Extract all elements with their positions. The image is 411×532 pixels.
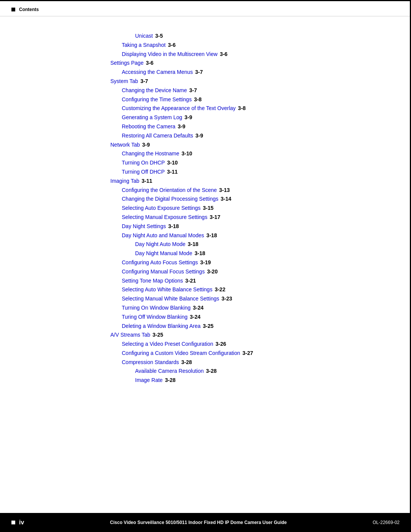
toc-item: Configuring the Orientation of the Scene… bbox=[0, 186, 411, 195]
toc-page-number: 3-26 bbox=[215, 340, 226, 349]
toc-link[interactable]: Configuring a Custom Video Stream Config… bbox=[122, 349, 240, 358]
toc-link[interactable]: Unicast bbox=[135, 32, 153, 41]
toc-content: Unicast3-5Taking a Snapshot3-6Displaying… bbox=[0, 16, 411, 415]
toc-page-number: 3-25 bbox=[203, 322, 213, 331]
toc-link[interactable]: Generating a System Log bbox=[122, 113, 182, 122]
toc-link[interactable]: Image Rate bbox=[135, 376, 162, 385]
toc-link[interactable]: Selecting Manual Exposure Settings bbox=[122, 213, 207, 222]
toc-link[interactable]: Selecting Manual White Balance Settings bbox=[122, 294, 219, 304]
toc-page-number: 3-9 bbox=[142, 141, 150, 150]
toc-page-number: 3-9 bbox=[196, 131, 203, 141]
toc-link[interactable]: Customizing the Appearance of the Text O… bbox=[122, 104, 236, 113]
toc-page-number: 3-7 bbox=[140, 77, 148, 86]
toc-link[interactable]: System Tab bbox=[110, 77, 138, 86]
footer-doc-title: Cisco Video Surveillance 5010/5011 Indoo… bbox=[110, 520, 287, 525]
toc-page-number: 3-10 bbox=[182, 149, 192, 158]
header-label: Contents bbox=[19, 7, 39, 12]
toc-link[interactable]: Available Camera Resolution bbox=[135, 367, 204, 376]
toc-page-number: 3-6 bbox=[168, 41, 175, 50]
toc-item: Available Camera Resolution3-28 bbox=[0, 367, 411, 376]
toc-link[interactable]: Turning On Window Blanking bbox=[122, 304, 191, 313]
page-number: iv bbox=[19, 519, 24, 526]
toc-page-number: 3-18 bbox=[168, 222, 179, 231]
toc-page-number: 3-27 bbox=[242, 349, 253, 358]
toc-link[interactable]: Network Tab bbox=[110, 141, 140, 150]
toc-page-number: 3-11 bbox=[167, 168, 178, 177]
toc-link[interactable]: Configuring the Time Settings bbox=[122, 95, 192, 104]
toc-item: A/V Streams Tab3-25 bbox=[0, 331, 411, 340]
toc-link[interactable]: Day Night Manual Mode bbox=[135, 249, 192, 258]
toc-item: Accessing the Camera Menus3-7 bbox=[0, 68, 411, 77]
toc-item: Selecting Auto Exposure Settings3-15 bbox=[0, 204, 411, 213]
toc-link[interactable]: Taking a Snapshot bbox=[122, 41, 166, 50]
toc-link[interactable]: Configuring Manual Focus Settings bbox=[122, 267, 205, 276]
toc-page-number: 3-18 bbox=[206, 231, 217, 240]
toc-link[interactable]: Day Night Auto Mode bbox=[135, 240, 185, 249]
toc-item: Image Rate3-28 bbox=[0, 376, 411, 385]
toc-page-number: 3-6 bbox=[220, 50, 228, 59]
toc-item: Configuring the Time Settings3-8 bbox=[0, 95, 411, 104]
toc-page-number: 3-24 bbox=[190, 313, 201, 322]
toc-item: Rebooting the Camera3-9 bbox=[0, 122, 411, 131]
toc-page-number: 3-24 bbox=[193, 304, 204, 313]
toc-link[interactable]: Accessing the Camera Menus bbox=[122, 68, 193, 77]
toc-item: Selecting Manual Exposure Settings3-17 bbox=[0, 213, 411, 222]
toc-link[interactable]: Deleting a Window Blanking Area bbox=[122, 322, 201, 331]
toc-link[interactable]: Selecting Auto White Balance Settings bbox=[122, 285, 212, 294]
toc-item: Turning On DHCP3-10 bbox=[0, 158, 411, 168]
toc-item: Displaying Video in the Multiscreen View… bbox=[0, 50, 411, 59]
toc-page-number: 3-13 bbox=[219, 186, 230, 195]
toc-item: Turning On Window Blanking3-24 bbox=[0, 304, 411, 313]
toc-page-number: 3-25 bbox=[153, 331, 163, 340]
toc-link[interactable]: Changing the Hostname bbox=[122, 149, 179, 158]
toc-page-number: 3-28 bbox=[181, 358, 192, 367]
toc-link[interactable]: Rebooting the Camera bbox=[122, 122, 175, 131]
toc-item: Day Night Manual Mode3-18 bbox=[0, 249, 411, 258]
toc-link[interactable]: Changing the Device Name bbox=[122, 86, 187, 95]
toc-link[interactable]: Turning On DHCP bbox=[122, 158, 165, 168]
toc-page-number: 3-5 bbox=[155, 32, 163, 41]
toc-item: System Tab3-7 bbox=[0, 77, 411, 86]
toc-item: Taking a Snapshot3-6 bbox=[0, 41, 411, 50]
toc-link[interactable]: Compression Standards bbox=[122, 358, 179, 367]
footer-square-icon bbox=[11, 521, 15, 524]
toc-link[interactable]: Day Night Auto and Manual Modes bbox=[122, 231, 204, 240]
toc-page-number: 3-18 bbox=[188, 240, 198, 249]
toc-page-number: 3-8 bbox=[194, 95, 202, 104]
toc-link[interactable]: Imaging Tab bbox=[110, 177, 139, 186]
toc-link[interactable]: Settings Page bbox=[110, 59, 143, 68]
toc-link[interactable]: Configuring Auto Focus Settings bbox=[122, 258, 198, 267]
toc-link[interactable]: Displaying Video in the Multiscreen View bbox=[122, 50, 218, 59]
toc-page-number: 3-15 bbox=[203, 204, 213, 213]
toc-link[interactable]: Selecting Auto Exposure Settings bbox=[122, 204, 201, 213]
toc-item: Configuring Manual Focus Settings3-20 bbox=[0, 267, 411, 276]
toc-page-number: 3-9 bbox=[178, 122, 185, 131]
toc-page-number: 3-11 bbox=[142, 177, 152, 186]
toc-item: Setting Tone Map Options3-21 bbox=[0, 276, 411, 286]
toc-page-number: 3-6 bbox=[146, 59, 153, 68]
toc-item: Unicast3-5 bbox=[0, 32, 411, 41]
page-footer: iv Cisco Video Surveillance 5010/5011 In… bbox=[0, 513, 411, 532]
toc-item: Selecting a Video Preset Configuration3-… bbox=[0, 340, 411, 349]
toc-link[interactable]: Day Night Settings bbox=[122, 222, 166, 231]
toc-link[interactable]: Changing the Digital Processing Settings bbox=[122, 195, 218, 204]
footer-doc-number: OL-22669-02 bbox=[373, 520, 400, 525]
toc-page-number: 3-9 bbox=[185, 113, 192, 122]
toc-page-number: 3-28 bbox=[165, 376, 175, 385]
toc-page-number: 3-8 bbox=[238, 104, 245, 113]
toc-item: Changing the Hostname3-10 bbox=[0, 149, 411, 158]
toc-link[interactable]: Configuring the Orientation of the Scene bbox=[122, 186, 217, 195]
toc-link[interactable]: Turning Off DHCP bbox=[122, 168, 165, 177]
toc-page-number: 3-21 bbox=[185, 276, 196, 286]
toc-link[interactable]: Setting Tone Map Options bbox=[122, 276, 183, 286]
header-square-icon bbox=[11, 8, 15, 11]
toc-item: Imaging Tab3-11 bbox=[0, 177, 411, 186]
toc-item: Changing the Device Name3-7 bbox=[0, 86, 411, 95]
toc-item: Settings Page3-6 bbox=[0, 59, 411, 68]
toc-page-number: 3-23 bbox=[221, 294, 232, 304]
toc-item: Selecting Manual White Balance Settings3… bbox=[0, 294, 411, 304]
toc-link[interactable]: Restoring All Camera Defaults bbox=[122, 131, 193, 141]
toc-link[interactable]: Turing Off Window Blanking bbox=[122, 313, 188, 322]
toc-link[interactable]: A/V Streams Tab bbox=[110, 331, 150, 340]
toc-link[interactable]: Selecting a Video Preset Configuration bbox=[122, 340, 213, 349]
